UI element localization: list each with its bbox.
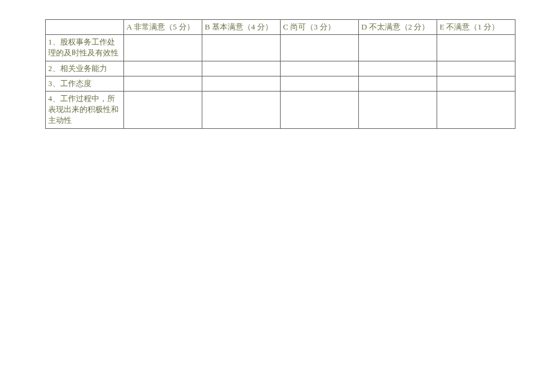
cell — [437, 61, 515, 76]
cell — [124, 76, 202, 91]
table-row: 2、相关业务能力 — [46, 61, 515, 76]
header-col-b: B 基本满意（4 分） — [202, 20, 281, 35]
cell — [281, 35, 359, 61]
cell — [202, 91, 281, 128]
cell — [124, 91, 202, 128]
row-label: 4、工作过程中，所表现出来的积极性和主动性 — [46, 91, 124, 128]
header-blank — [46, 20, 124, 35]
cell — [359, 35, 437, 61]
cell — [202, 76, 281, 91]
cell — [124, 61, 202, 76]
cell — [202, 35, 281, 61]
cell — [202, 61, 281, 76]
cell — [437, 35, 515, 61]
cell — [359, 76, 437, 91]
evaluation-table: A 非常满意（5 分） B 基本满意（4 分） C 尚可（3 分） D 不太满意… — [45, 19, 515, 129]
cell — [437, 76, 515, 91]
cell — [359, 91, 437, 128]
cell — [281, 61, 359, 76]
header-col-c: C 尚可（3 分） — [281, 20, 359, 35]
row-label: 1、股权事务工作处理的及时性及有效性 — [46, 35, 124, 61]
cell — [281, 76, 359, 91]
table-header-row: A 非常满意（5 分） B 基本满意（4 分） C 尚可（3 分） D 不太满意… — [46, 20, 515, 35]
header-col-e: E 不满意（1 分） — [437, 20, 515, 35]
table-row: 1、股权事务工作处理的及时性及有效性 — [46, 35, 515, 61]
row-label: 3、工作态度 — [46, 76, 124, 91]
row-label: 2、相关业务能力 — [46, 61, 124, 76]
cell — [124, 35, 202, 61]
cell — [359, 61, 437, 76]
header-col-a: A 非常满意（5 分） — [124, 20, 202, 35]
header-col-d: D 不太满意（2 分） — [359, 20, 437, 35]
table-row: 3、工作态度 — [46, 76, 515, 91]
table-row: 4、工作过程中，所表现出来的积极性和主动性 — [46, 91, 515, 128]
cell — [437, 91, 515, 128]
cell — [281, 91, 359, 128]
